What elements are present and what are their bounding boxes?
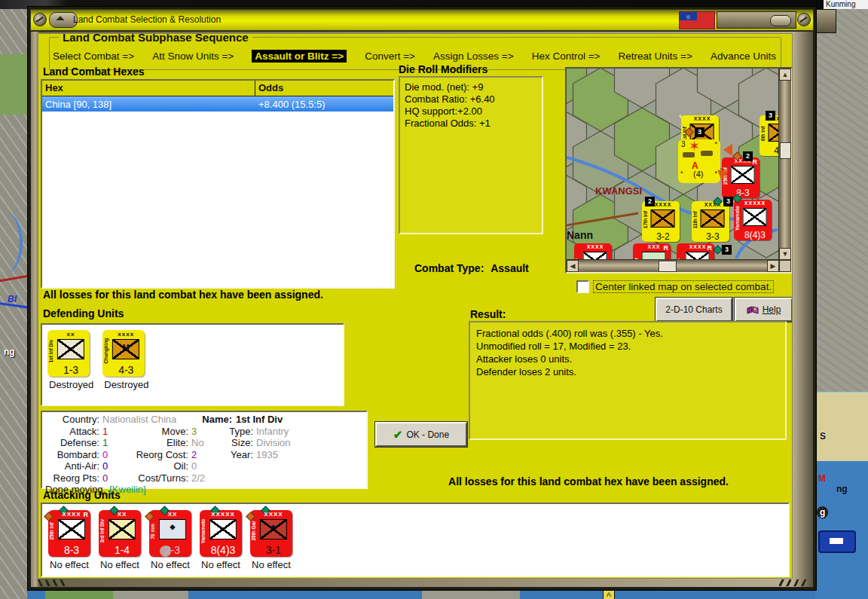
- combat-type-line: Combat Type: Assault: [414, 262, 529, 274]
- unit-size: XXXXX: [738, 200, 772, 206]
- step-select-combat: Select Combat =>: [53, 50, 134, 62]
- book-icon: [747, 305, 759, 315]
- unit-reorg-flag: R: [664, 244, 669, 252]
- unit-counter[interactable]: 1st Inf Div xx 1-3: [47, 330, 90, 377]
- unit-counter[interactable]: 3rd Inf Div XX 1-4: [99, 510, 141, 557]
- unit-size: XX: [154, 511, 191, 518]
- scroll-up-button[interactable]: ▲: [779, 69, 791, 81]
- unit-size: XXXX: [686, 116, 719, 121]
- scroll-thumb[interactable]: [780, 142, 791, 159]
- result-line: Fractional odds (.400) roll was (.355) -…: [476, 327, 779, 340]
- drm-title: Die Roll Modifiers: [399, 63, 487, 75]
- step-convert: Convert =>: [365, 50, 415, 62]
- close-button[interactable]: [770, 15, 791, 26]
- reorg-cost-value: 2: [191, 449, 214, 461]
- hexes-table-title: Land Combat Hexes: [43, 66, 145, 78]
- scroll-down-button[interactable]: ▼: [779, 248, 791, 260]
- antiair-value: 0: [102, 460, 113, 472]
- reorg-pts-label: Reorg Pts:: [45, 472, 99, 484]
- scroll-left-button[interactable]: ◀: [567, 260, 579, 272]
- infantry-symbol: [743, 208, 767, 226]
- attacking-unit-slot: 29th Gar XXXX ● 3-1 No effect: [250, 510, 292, 570]
- unit-reorg-flag: R: [708, 244, 713, 252]
- map-unit-counter[interactable]: Yamamoto XXXXX 8(4)3: [734, 200, 772, 240]
- help-button[interactable]: Help: [735, 298, 793, 322]
- cost-turns-label: Cost/Turns:: [113, 472, 188, 484]
- dialog-titlebar[interactable]: Land Combat Selection & Resolution ☼: [30, 9, 814, 31]
- unit-status: Destroyed: [49, 379, 93, 390]
- china-flag-icon: ☼: [679, 11, 715, 29]
- year-value: 1935: [256, 449, 278, 461]
- unit-status: No effect: [201, 559, 240, 570]
- country-label: Country:: [45, 414, 99, 426]
- unit-size: XXXXX: [204, 511, 242, 518]
- map-river-fragment: Bl: [8, 294, 17, 304]
- attack-arrow-icon: [717, 144, 732, 156]
- stack-badge: 3: [722, 245, 732, 255]
- svg-text:KWANGSI: KWANGSI: [595, 185, 642, 197]
- attacking-unit-slot: Yamamoto XXXXX 8(4)3 No effect: [200, 510, 242, 570]
- hexes-table-header: Hex Odds: [42, 81, 393, 96]
- defending-units-panel: 1st Inf Div xx 1-3 Destroyed Chungking x…: [41, 323, 344, 406]
- losses-message-bottom: All losses for this land combat hex have…: [377, 475, 793, 487]
- unit-counter[interactable]: 29th Gar XXXX ● 3-1: [250, 510, 292, 557]
- step-advance-units: Advance Units: [711, 50, 776, 62]
- name-value: 1st Inf Div: [236, 414, 283, 426]
- unit-size: XX: [103, 511, 141, 518]
- unit-counter[interactable]: 70 mm XX ◆ 2-3: [149, 510, 191, 557]
- unit-reorg-flag: R: [84, 511, 89, 518]
- map-vertical-scrollbar[interactable]: ▲ ▼: [778, 69, 791, 260]
- attacking-unit-slot: 3rd Inf Div XX 1-4 No effect: [99, 510, 141, 570]
- window-frame-fragment: [815, 9, 836, 33]
- country-value: Nationalist China: [102, 414, 176, 426]
- background-map-left: ng Bl: [0, 9, 27, 599]
- stack-badge: 3: [723, 197, 733, 206]
- mini-map[interactable]: KWANGSI Nann 1st Inf XXXX 5-3 6th Inf XX…: [565, 67, 793, 274]
- flag-sun-icon: ☼: [685, 13, 691, 20]
- drm-line: Combat Ratio: +6.40: [405, 93, 537, 105]
- map-horizontal-scrollbar[interactable]: ◀ ▶: [567, 259, 779, 272]
- unit-size: XXXX: [579, 244, 612, 249]
- drm-line: Die mod. (net): +9: [405, 81, 537, 93]
- map-unit-counter[interactable]: 25th Inf XXXX R 8-3: [722, 157, 760, 198]
- unit-counter[interactable]: Yamamoto XXXXX 8(4)3: [200, 510, 242, 557]
- defense-value: 1: [102, 437, 113, 449]
- ok-done-button-label: OK - Done: [406, 429, 449, 440]
- map-city-label-kunming: Kunming: [824, 0, 868, 9]
- elite-value: No: [191, 437, 214, 449]
- move-label: Move:: [113, 426, 188, 438]
- asterisk: *: [680, 170, 683, 177]
- table-row-selected[interactable]: China [90, 138] +8.400 (15.5:5): [42, 96, 393, 112]
- infantry-symbol: [58, 519, 85, 539]
- screw-icon: [797, 13, 811, 26]
- ok-done-button[interactable]: ✔ OK - Done: [375, 422, 467, 447]
- infantry-symbol: [209, 519, 237, 539]
- battle-marker[interactable]: 3 * * * ✶ A (4): [678, 139, 720, 183]
- center-map-option: Center linked map on selected combat.: [576, 280, 774, 293]
- help-button-label: Help: [763, 304, 781, 315]
- stack-badge: 3: [695, 127, 704, 137]
- spent-marker: [160, 546, 171, 557]
- stack-badge: 2: [743, 151, 753, 161]
- unit-counter[interactable]: 25th Inf XXXX R 8-3: [48, 510, 90, 557]
- unit-reorg-flag: R: [753, 158, 758, 166]
- dialog-title: Land Combat Selection & Resolution: [73, 14, 221, 25]
- scroll-right-button[interactable]: ▶: [767, 260, 779, 272]
- attack-label: Attack:: [45, 426, 99, 438]
- drm-line: HQ support:+2.00: [405, 105, 537, 118]
- charts-button[interactable]: 2-D-10 Charts: [656, 298, 732, 322]
- map-label-fragment: S: [820, 431, 826, 442]
- map-unit-counter[interactable]: 17th Inf XXXX 3-2: [642, 201, 680, 242]
- map-unit-counter[interactable]: 11th Inf XXXX 3-3: [692, 201, 729, 242]
- center-map-checkbox-label[interactable]: Center linked map on selected combat.: [593, 280, 774, 293]
- svg-text:Nann: Nann: [567, 229, 593, 241]
- center-map-checkbox[interactable]: [576, 280, 589, 293]
- garrison-dot: ●: [261, 522, 286, 530]
- defending-unit-slot: Chungking xxxx M 4-3 Destroyed: [102, 330, 148, 390]
- scroll-thumb[interactable]: [659, 261, 677, 272]
- hex-cell: China [90, 138]: [42, 96, 255, 112]
- attack-value: 1: [102, 426, 113, 438]
- unit-counter[interactable]: Chungking xxxx M 4-3: [102, 330, 145, 377]
- step-assign-losses: Assign Losses =>: [433, 50, 514, 62]
- triangle-icon: [56, 16, 64, 24]
